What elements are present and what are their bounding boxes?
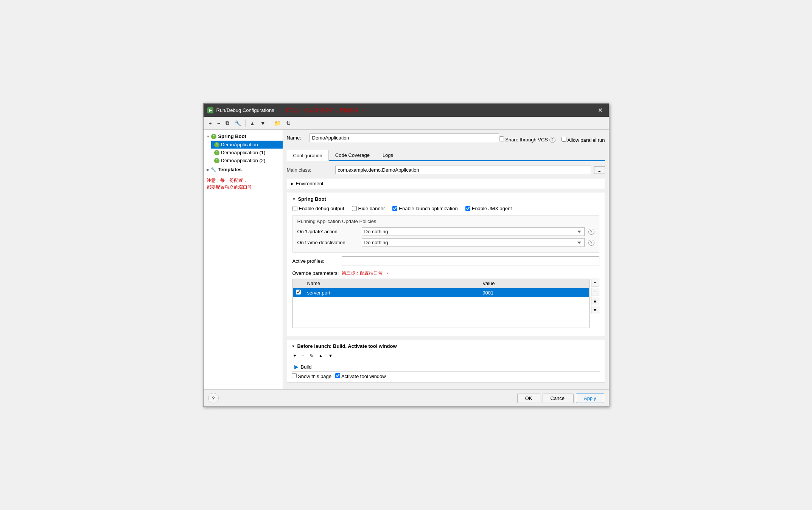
frame-deactivation-help-icon[interactable]: ? <box>588 240 594 246</box>
settings-button[interactable]: 🔧 <box>232 119 243 128</box>
show-page-checkbox[interactable] <box>292 373 297 378</box>
activate-tool-option[interactable]: Activate tool window <box>335 373 386 379</box>
title-bar: ▶ Run/Debug Configurations 第二步：点击复制按钮，复制… <box>204 104 609 117</box>
activate-tool-checkbox[interactable] <box>335 373 340 378</box>
main-class-more-button[interactable]: ... <box>594 166 605 174</box>
before-launch-add-button[interactable]: + <box>292 352 298 360</box>
tab-code-coverage[interactable]: Code Coverage <box>329 150 376 160</box>
spring-boot-items: 🍃 DemoApplication 🍃 DemoApplication (1) … <box>204 141 283 164</box>
row-checkbox-cell <box>293 288 304 298</box>
build-row: ▶ Build <box>292 362 600 372</box>
title-bar-left: ▶ Run/Debug Configurations 第二步：点击复制按钮，复制… <box>207 106 369 114</box>
launch-optimization-checkbox[interactable] <box>392 206 397 211</box>
add-param-button[interactable]: + <box>591 279 599 287</box>
parameters-table-container: Name Value server.port <box>292 279 590 328</box>
debug-output-option[interactable]: Enable debug output <box>292 206 344 211</box>
templates-group-header[interactable]: ▶ 🔧 Templates <box>204 165 283 174</box>
spring-boot-config-section: ▼ Spring Boot Enable debug output Hide b… <box>287 192 605 336</box>
main-class-row: Main class: ... <box>287 166 605 174</box>
toolbar-separator-1 <box>245 119 246 127</box>
tab-configuration[interactable]: Configuration <box>287 150 329 161</box>
name-label: Name: <box>287 135 306 141</box>
environment-header[interactable]: ▶ Environment <box>287 178 605 189</box>
config-item-demo-application-2[interactable]: 🍃 DemoApplication (2) <box>211 157 283 164</box>
app-icon: ▶ <box>207 107 213 113</box>
row-name-cell: server.port <box>304 288 480 298</box>
ok-button[interactable]: OK <box>517 394 540 403</box>
show-page-option[interactable]: Show this page <box>292 373 332 379</box>
move-up-button[interactable]: ▲ <box>247 119 257 128</box>
share-vcs-option[interactable]: Share through VCS ? <box>499 136 555 143</box>
name-input[interactable] <box>310 133 499 142</box>
launch-optimization-label: Enable launch optimization <box>399 206 457 211</box>
spring-boot-checkboxes-row: Enable debug output Hide banner Enable l… <box>292 206 599 211</box>
remove-config-button[interactable]: − <box>215 119 222 128</box>
before-launch-toolbar: + − ✎ ▲ ▼ <box>292 352 600 360</box>
add-config-button[interactable]: + <box>207 119 214 128</box>
demo-app-1-icon: 🍃 <box>214 150 219 155</box>
before-launch-up-button[interactable]: ▲ <box>317 352 325 360</box>
help-button[interactable]: ? <box>208 393 219 403</box>
demo-app-2-icon: 🍃 <box>214 158 219 163</box>
step2-arrow-icon: ← <box>362 106 369 114</box>
move-down-button[interactable]: ▼ <box>258 119 268 128</box>
main-class-label: Main class: <box>287 167 332 173</box>
active-profiles-row: Active profiles: <box>292 256 599 265</box>
jmx-agent-option[interactable]: Enable JMX agent <box>465 206 512 211</box>
launch-optimization-option[interactable]: Enable launch optimization <box>392 206 457 211</box>
hide-banner-checkbox[interactable] <box>352 206 357 211</box>
update-action-select[interactable]: Do nothing Update resources Update class… <box>362 227 585 236</box>
remove-param-button[interactable]: − <box>591 288 599 296</box>
share-vcs-checkbox[interactable] <box>499 136 504 141</box>
build-icon: ▶ <box>294 364 299 370</box>
hide-banner-option[interactable]: Hide banner <box>352 206 385 211</box>
spring-boot-group-icon: 🍃 <box>211 134 216 139</box>
row-checkbox[interactable] <box>296 290 301 295</box>
before-launch-chevron-icon: ▼ <box>292 344 295 348</box>
help-icon-share[interactable]: ? <box>549 137 555 143</box>
folder-button[interactable]: 📁 <box>272 119 283 128</box>
demo-app-icon: 🍃 <box>214 142 219 147</box>
move-param-up-button[interactable]: ▲ <box>591 297 599 305</box>
table-side-buttons: + − ▲ ▼ <box>591 279 599 314</box>
update-action-label: On 'Update' action: <box>297 229 358 234</box>
show-page-label: Show this page <box>298 374 331 379</box>
apply-button[interactable]: Apply <box>576 394 604 403</box>
value-column-header: Value <box>479 279 589 288</box>
spring-boot-group: ▼ 🍃 Spring Boot 🍃 DemoApplication 🍃 Demo… <box>204 131 283 165</box>
before-launch-edit-button[interactable]: ✎ <box>308 352 315 360</box>
update-action-help-icon[interactable]: ? <box>588 229 594 235</box>
move-param-down-button[interactable]: ▼ <box>591 306 599 314</box>
parameters-table-header-row: Name Value <box>293 279 589 288</box>
demo-app-1-label: DemoApplication (1) <box>221 150 266 155</box>
allow-parallel-checkbox[interactable] <box>562 137 566 142</box>
checkbox-column-header <box>293 279 304 288</box>
debug-output-checkbox[interactable] <box>292 206 297 211</box>
tab-logs[interactable]: Logs <box>376 150 400 160</box>
running-policies-section: Running Application Update Policies On '… <box>292 215 599 253</box>
copy-config-button[interactable]: ⧉ <box>223 118 232 128</box>
name-row: Name: <box>287 133 499 142</box>
before-launch-remove-button[interactable]: − <box>300 352 306 360</box>
parameters-table: Name Value server.port <box>293 279 589 328</box>
config-item-demo-application[interactable]: 🍃 DemoApplication <box>211 141 283 149</box>
frame-deactivation-select[interactable]: Do nothing Update resources <box>362 238 585 247</box>
allow-parallel-option[interactable]: Allow parallel run <box>562 137 605 143</box>
spring-boot-group-header[interactable]: ▼ 🍃 Spring Boot <box>204 132 283 141</box>
jmx-agent-checkbox[interactable] <box>465 206 470 211</box>
share-vcs-label: Share through VCS <box>505 137 548 143</box>
spring-boot-section-header[interactable]: ▼ Spring Boot <box>292 196 599 202</box>
sort-button[interactable]: ⇅ <box>284 119 293 128</box>
table-row[interactable]: server.port 9001 <box>293 288 589 298</box>
active-profiles-input[interactable] <box>342 256 599 265</box>
build-label: Build <box>301 364 312 370</box>
main-class-input[interactable] <box>335 166 591 174</box>
before-launch-down-button[interactable]: ▼ <box>326 352 334 360</box>
right-panel: Name: Share through VCS ? Allow parallel… <box>283 130 609 389</box>
cancel-button[interactable]: Cancel <box>543 394 574 403</box>
environment-section: ▶ Environment <box>287 178 605 189</box>
before-launch-header[interactable]: ▼ Before launch: Build, Activate tool wi… <box>292 343 600 349</box>
close-button[interactable]: ✕ <box>596 106 605 115</box>
config-item-demo-application-1[interactable]: 🍃 DemoApplication (1) <box>211 149 283 157</box>
show-page-row: Show this page Activate tool window <box>292 373 600 379</box>
